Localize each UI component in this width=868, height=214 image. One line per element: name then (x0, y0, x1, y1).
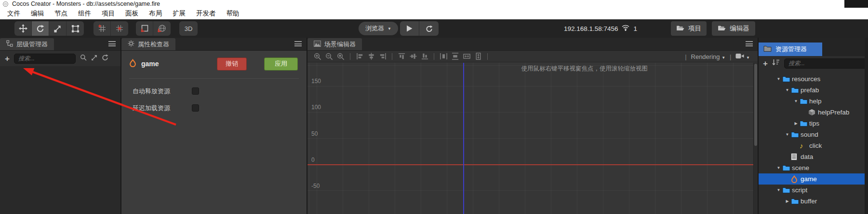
play-button[interactable] (400, 21, 419, 36)
zoom-in-icon[interactable] (312, 52, 323, 61)
locate-node-icon[interactable] (91, 54, 97, 63)
chevron-down-icon[interactable]: ▼ (775, 77, 782, 81)
open-project-button[interactable]: 项目 (671, 21, 707, 36)
asset-item-data[interactable]: data (759, 151, 865, 162)
assets-search-input[interactable] (784, 58, 868, 69)
asset-item-help[interactable]: ▼help (759, 96, 865, 107)
stretch-h-icon[interactable] (461, 52, 472, 61)
menu-item[interactable]: 项目 (96, 9, 120, 18)
chevron-down-icon[interactable]: ▼ (775, 188, 782, 192)
refresh-button[interactable] (419, 21, 439, 36)
distribute-h-icon[interactable] (438, 52, 449, 61)
tab-scene[interactable]: 场景编辑器 (307, 38, 362, 50)
scene-header: 场景编辑器 (307, 38, 758, 51)
chevron-down-icon[interactable]: ▼ (784, 88, 791, 92)
menu-item[interactable]: 节点 (49, 9, 73, 18)
search-icon[interactable] (80, 54, 87, 63)
ruler-label: 0 (311, 157, 315, 163)
scrollbar-thumb[interactable] (754, 64, 757, 146)
menu-item[interactable]: 组件 (73, 9, 96, 18)
asset-item-buffer[interactable]: ▶buffer (759, 196, 865, 207)
apply-button[interactable]: 应用 (264, 57, 298, 71)
ruler-label: -50 (311, 183, 320, 189)
align-left-edge-icon[interactable] (354, 52, 365, 61)
gizmo-global-button[interactable] (153, 21, 171, 36)
menu-item[interactable]: 面板 (120, 9, 144, 18)
menu-item[interactable]: 编辑 (26, 9, 49, 18)
menu-item[interactable]: 开发者 (191, 9, 221, 18)
tab-assets[interactable]: 资源管理器 (759, 43, 822, 56)
align-v-center-icon[interactable] (407, 52, 419, 61)
scene-vertical-scrollbar[interactable] (753, 63, 758, 214)
chevron-down-icon: ▼ (746, 56, 750, 60)
create-asset-button[interactable]: + (763, 59, 768, 68)
open-editor-button[interactable]: 编辑器 (712, 21, 755, 36)
asset-item-resources[interactable]: ▼resources (759, 73, 865, 85)
hierarchy-menu-icon[interactable] (108, 41, 116, 46)
align-right-edge-icon[interactable] (377, 52, 388, 61)
refresh-icon[interactable] (102, 54, 108, 63)
revert-button[interactable]: 撤销 (217, 57, 247, 71)
menu-item[interactable]: 扩展 (167, 9, 191, 18)
chevron-down-icon[interactable]: ▼ (775, 166, 782, 170)
zoom-reset-icon[interactable] (335, 52, 347, 61)
chevron-down-icon[interactable]: ▼ (792, 99, 800, 103)
align-top-edge-icon[interactable] (396, 52, 407, 61)
scene-viewport[interactable]: 150100500-50 使用鼠标右键平移视窗焦点，使用滚轮缩放视图 (307, 63, 758, 214)
stretch-v-icon[interactable] (472, 52, 484, 61)
scale-tool[interactable] (49, 21, 67, 36)
distribute-v-icon[interactable] (449, 52, 461, 61)
sort-icon[interactable] (772, 59, 780, 68)
asset-item-tips[interactable]: ▶tips (759, 118, 865, 129)
asset-item-helpPrefab[interactable]: helpPrefab (759, 107, 865, 118)
align-h-center-icon[interactable] (365, 52, 377, 61)
rotate-tool[interactable] (32, 21, 49, 36)
gizmo-anchor-button[interactable] (111, 21, 128, 36)
zoom-out-icon[interactable] (323, 52, 335, 61)
scene-menu-icon[interactable] (746, 41, 753, 46)
create-node-button[interactable]: + (5, 55, 10, 63)
scene-toolbar-icons (312, 52, 491, 61)
gizmo-local-button[interactable] (136, 21, 153, 36)
node-name: game (141, 60, 159, 68)
toolbar-separator: | (730, 53, 731, 60)
asset-item-scene[interactable]: ▼scene (759, 162, 865, 173)
preview-controls (400, 21, 439, 36)
audio-icon: ♪ (800, 142, 809, 149)
tab-hierarchy[interactable]: 层级管理器 (0, 38, 54, 50)
rect-tool[interactable] (67, 21, 84, 36)
checkbox[interactable] (192, 87, 199, 95)
menu-item[interactable]: 布局 (144, 9, 167, 18)
hierarchy-search-input[interactable] (14, 54, 76, 64)
menu-item[interactable]: 帮助 (221, 9, 245, 18)
chevron-down-icon[interactable]: ▼ (784, 132, 791, 137)
hierarchy-tree-body[interactable] (0, 66, 120, 214)
asset-item-sound[interactable]: ▼sound (759, 129, 865, 140)
chevron-right-icon[interactable]: ▶ (792, 121, 800, 126)
asset-item-click[interactable]: ♪click (759, 140, 865, 151)
menu-bar: 文件编辑节点组件项目面板布局扩展开发者帮助 (0, 8, 868, 19)
move-tool[interactable] (14, 21, 32, 36)
checkbox[interactable] (192, 104, 199, 112)
menu-item[interactable]: 文件 (2, 9, 26, 18)
inspector-title: 属性检查器 (138, 40, 169, 49)
asset-item-game[interactable]: game (759, 173, 865, 185)
3d-mode-toggle-button[interactable]: 3D (179, 21, 198, 36)
folder-icon (791, 87, 801, 93)
asset-item-prefab[interactable]: ▼prefab (759, 85, 865, 96)
camera-dropdown[interactable]: ▼ (735, 53, 750, 60)
assets-scrollbar[interactable] (865, 38, 868, 214)
rendering-mode-dropdown[interactable]: Rendering ▼ (691, 53, 726, 60)
gizmo-position-button[interactable] (93, 21, 111, 36)
inspector-menu-icon[interactable] (294, 41, 302, 46)
align-bottom-edge-icon[interactable] (419, 52, 430, 61)
inspector-panel: 属性检查器 game 撤销 应用 自动释放资源延迟加载资源 (120, 38, 307, 214)
tab-inspector[interactable]: 属性检查器 (121, 38, 175, 50)
chevron-right-icon[interactable]: ▶ (784, 199, 791, 203)
scene-toolbar: | Rendering ▼ | ▼ (307, 51, 758, 62)
asset-label: game (801, 175, 817, 183)
asset-item-script[interactable]: ▼script (759, 185, 865, 196)
asset-label: buffer (801, 198, 817, 205)
preview-target-dropdown[interactable]: 浏览器 ▼ (359, 22, 398, 35)
hierarchy-panel: 层级管理器 + (0, 38, 120, 214)
